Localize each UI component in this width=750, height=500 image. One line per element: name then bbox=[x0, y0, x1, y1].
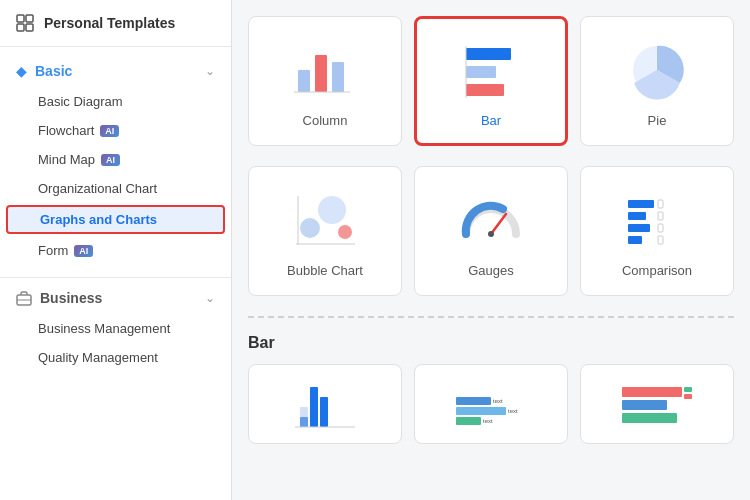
svg-rect-44 bbox=[684, 387, 692, 392]
bar-section-label: Bar bbox=[248, 334, 734, 352]
svg-rect-31 bbox=[300, 407, 308, 427]
business-section-title: Business bbox=[40, 290, 102, 306]
svg-point-17 bbox=[338, 225, 352, 239]
quality-management-label: Quality Management bbox=[38, 350, 158, 365]
svg-rect-25 bbox=[628, 236, 642, 244]
chevron-down-icon: ⌄ bbox=[205, 64, 215, 78]
basic-diagram-item[interactable]: Basic Diagram bbox=[0, 87, 231, 116]
diamond-icon: ◆ bbox=[16, 63, 27, 79]
svg-point-16 bbox=[318, 196, 346, 224]
svg-rect-7 bbox=[315, 55, 327, 92]
svg-rect-1 bbox=[26, 15, 33, 22]
business-section-left: Business bbox=[16, 290, 102, 306]
svg-point-21 bbox=[488, 231, 494, 237]
mind-map-ai-badge: AI bbox=[101, 154, 120, 166]
svg-rect-0 bbox=[17, 15, 24, 22]
briefcase-icon bbox=[16, 290, 32, 306]
svg-rect-29 bbox=[658, 236, 663, 244]
section-divider bbox=[248, 316, 734, 318]
basic-diagram-label: Basic Diagram bbox=[38, 94, 123, 109]
flowchart-label: Flowchart bbox=[38, 123, 94, 138]
org-chart-item[interactable]: Organizational Chart bbox=[0, 174, 231, 203]
org-chart-label: Organizational Chart bbox=[38, 181, 157, 196]
gauges-label: Gauges bbox=[468, 263, 514, 278]
basic-section: ◆ Basic ⌄ Basic Diagram Flowchart AI Min… bbox=[0, 47, 231, 273]
business-section-header[interactable]: Business ⌄ bbox=[0, 282, 231, 314]
svg-point-15 bbox=[300, 218, 320, 238]
svg-rect-12 bbox=[466, 84, 504, 96]
main-content: Column Bar Pie bbox=[232, 0, 750, 500]
gauges-card[interactable]: Gauges bbox=[414, 166, 568, 296]
business-chevron-icon: ⌄ bbox=[205, 291, 215, 305]
grid-icon bbox=[16, 14, 34, 32]
column-chart-icon bbox=[285, 35, 365, 105]
quality-management-item[interactable]: Quality Management bbox=[0, 343, 231, 372]
bar-section-grid: text text text bbox=[248, 364, 734, 444]
basic-section-title: Basic bbox=[35, 63, 72, 79]
pie-chart-icon bbox=[617, 35, 697, 105]
bar-template-2[interactable]: text text text bbox=[414, 364, 568, 444]
bubble-chart-card[interactable]: Bubble Chart bbox=[248, 166, 402, 296]
svg-rect-36 bbox=[456, 407, 506, 415]
svg-rect-32 bbox=[310, 387, 318, 427]
form-item[interactable]: Form AI bbox=[0, 236, 231, 265]
bar-chart-icon bbox=[451, 35, 531, 105]
comparison-card[interactable]: Comparison bbox=[580, 166, 734, 296]
svg-rect-37 bbox=[456, 417, 481, 425]
svg-rect-42 bbox=[622, 400, 667, 410]
pie-template-card[interactable]: Pie bbox=[580, 16, 734, 146]
column-template-label: Column bbox=[303, 113, 348, 128]
mind-map-item[interactable]: Mind Map AI bbox=[0, 145, 231, 174]
column-template-card[interactable]: Column bbox=[248, 16, 402, 146]
graphs-charts-item[interactable]: Graphs and Charts bbox=[6, 205, 225, 234]
svg-line-20 bbox=[491, 214, 506, 234]
svg-rect-8 bbox=[332, 62, 344, 92]
gauges-icon bbox=[451, 185, 531, 255]
top-templates-grid: Column Bar Pie bbox=[248, 16, 734, 146]
basic-section-header-left: ◆ Basic bbox=[16, 63, 72, 79]
bar-template-card[interactable]: Bar bbox=[414, 16, 568, 146]
svg-rect-6 bbox=[298, 70, 310, 92]
svg-rect-43 bbox=[622, 413, 677, 423]
pie-template-label: Pie bbox=[648, 113, 667, 128]
basic-section-header[interactable]: ◆ Basic ⌄ bbox=[0, 55, 231, 87]
sidebar-divider bbox=[0, 277, 231, 278]
svg-text:text: text bbox=[483, 418, 493, 424]
svg-rect-22 bbox=[628, 200, 654, 208]
svg-rect-45 bbox=[684, 394, 692, 399]
svg-rect-35 bbox=[456, 397, 491, 405]
bottom-templates-grid: Bubble Chart Gauges bbox=[248, 166, 734, 296]
form-ai-badge: AI bbox=[74, 245, 93, 257]
svg-rect-27 bbox=[658, 212, 663, 220]
svg-rect-2 bbox=[17, 24, 24, 31]
flowchart-ai-badge: AI bbox=[100, 125, 119, 137]
bubble-chart-icon bbox=[285, 185, 365, 255]
svg-rect-33 bbox=[320, 397, 328, 427]
svg-text:text: text bbox=[508, 408, 518, 414]
bubble-chart-label: Bubble Chart bbox=[287, 263, 363, 278]
business-management-item[interactable]: Business Management bbox=[0, 314, 231, 343]
bar-template-3[interactable] bbox=[580, 364, 734, 444]
form-label: Form bbox=[38, 243, 68, 258]
business-management-label: Business Management bbox=[38, 321, 170, 336]
comparison-label: Comparison bbox=[622, 263, 692, 278]
svg-rect-41 bbox=[622, 387, 682, 397]
mind-map-label: Mind Map bbox=[38, 152, 95, 167]
svg-rect-10 bbox=[466, 48, 511, 60]
svg-text:text: text bbox=[493, 398, 503, 404]
svg-rect-28 bbox=[658, 224, 663, 232]
graphs-charts-label: Graphs and Charts bbox=[40, 212, 157, 227]
sidebar-header: Personal Templates bbox=[0, 0, 231, 47]
bar-template-1[interactable] bbox=[248, 364, 402, 444]
comparison-icon bbox=[617, 185, 697, 255]
sidebar: Personal Templates ◆ Basic ⌄ Basic Diagr… bbox=[0, 0, 232, 500]
svg-rect-3 bbox=[26, 24, 33, 31]
svg-rect-26 bbox=[658, 200, 663, 208]
bar-template-label: Bar bbox=[481, 113, 501, 128]
svg-rect-11 bbox=[466, 66, 496, 78]
svg-rect-24 bbox=[628, 224, 650, 232]
flowchart-item[interactable]: Flowchart AI bbox=[0, 116, 231, 145]
sidebar-header-title: Personal Templates bbox=[44, 15, 175, 31]
svg-rect-23 bbox=[628, 212, 646, 220]
